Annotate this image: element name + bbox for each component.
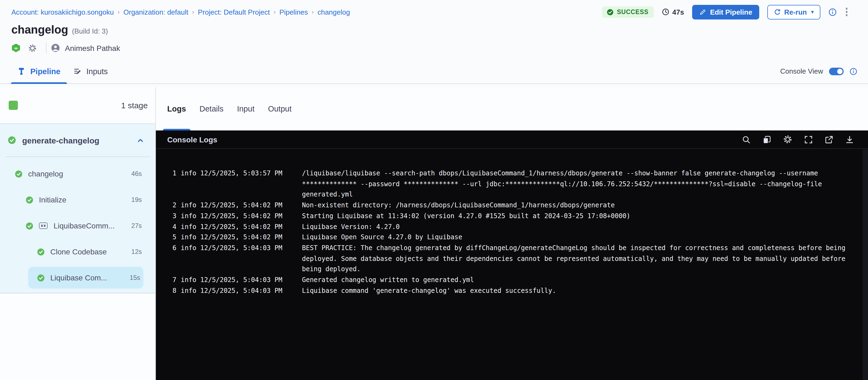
log-line-5: 5info12/5/2025, 5:04:02 PMLiquibase Open…	[170, 232, 862, 243]
step-label: changelog	[28, 169, 125, 178]
step-detail-panel: LogsDetailsInputOutput Console Logs	[156, 87, 868, 380]
main-tabs: Pipeline Inputs Console View	[0, 59, 868, 84]
step-row-clone-codebase[interactable]: Clone Codebase12s	[0, 239, 155, 265]
log-line-msg: Liquibase Version: 4.27.0	[302, 222, 862, 232]
sidebar-header: 1 stage	[0, 87, 155, 124]
breadcrumb-link[interactable]: Pipelines	[279, 8, 308, 16]
more-options-menu[interactable]	[844, 7, 848, 17]
open-external-icon[interactable]	[825, 135, 833, 144]
execution-sidebar: 1 stage generate-changelog changelog46sI…	[0, 87, 156, 380]
log-line-num: 6	[170, 243, 177, 275]
breadcrumb: Account: kurosakiichigo.songoku›Organiza…	[11, 8, 350, 16]
console-view-info-icon[interactable]	[849, 67, 857, 75]
log-line-level: info	[181, 200, 194, 211]
tab-inputs[interactable]: Inputs	[67, 59, 114, 83]
log-line-7: 7info12/5/2025, 5:04:03 PMGenerated chan…	[170, 275, 862, 286]
stage-section: generate-changelog changelog46sInitializ…	[0, 124, 155, 293]
gear-icon[interactable]	[28, 43, 37, 52]
avatar	[52, 44, 60, 52]
title-row: changelog (Build Id: 3)	[0, 20, 868, 36]
log-line-level: info	[181, 168, 194, 200]
log-line-level: info	[181, 222, 194, 232]
edit-pipeline-label: Edit Pipeline	[710, 8, 752, 16]
console-scrollbar[interactable]	[863, 149, 868, 380]
edit-pipeline-button[interactable]: Edit Pipeline	[692, 5, 759, 19]
breadcrumb-link[interactable]: Project: Default Project	[198, 8, 270, 16]
stage-group-row[interactable]: generate-changelog	[0, 124, 155, 156]
log-line-num: 5	[170, 232, 177, 243]
ci-module-icon: ∞	[12, 43, 20, 52]
step-detail-tabs: LogsDetailsInputOutput	[156, 87, 868, 130]
main-content: 1 stage generate-changelog changelog46sI…	[0, 87, 868, 380]
console-view-label: Console View	[780, 67, 823, 75]
build-id: (Build Id: 3)	[72, 27, 108, 35]
console-tab-output[interactable]: Output	[268, 87, 291, 130]
log-line-3: 3info12/5/2025, 5:04:02 PMStarting Liqui…	[170, 211, 862, 222]
console-view-toggle[interactable]	[829, 67, 844, 75]
stage-step-tree: changelog46sInitialize19sLiquibaseComm..…	[0, 157, 155, 289]
log-line-num: 8	[170, 286, 177, 296]
tab-inputs-label: Inputs	[86, 67, 108, 76]
vertical-divider	[46, 42, 46, 54]
log-line-2: 2info12/5/2025, 5:04:02 PMNon-existent d…	[170, 200, 862, 211]
settings-gear-icon[interactable]	[783, 135, 792, 144]
duration-chip: 47s	[662, 8, 684, 16]
log-line-level: info	[181, 243, 194, 275]
log-line-level: info	[181, 275, 194, 286]
log-line-msg: Non-existent directory: /harness/dbops/L…	[302, 200, 862, 211]
log-line-num: 4	[170, 222, 177, 232]
status-check-icon	[607, 8, 614, 16]
step-row-liquibase-com[interactable]: Liquibase Com...15s	[28, 267, 144, 289]
log-line-time: 12/5/2025, 5:04:02 PM	[200, 200, 289, 211]
log-line-time: 12/5/2025, 5:04:03 PM	[200, 286, 289, 296]
log-line-msg: Starting Liquibase at 11:34:02 (version …	[302, 211, 862, 222]
status-badge: SUCCESS	[602, 6, 654, 18]
log-line-level: info	[181, 211, 194, 222]
console-tab-input[interactable]: Input	[237, 87, 255, 130]
chevron-up-icon[interactable]	[137, 137, 144, 144]
rerun-label: Re-run	[784, 8, 807, 16]
log-line-msg: Generated changelog written to generated…	[302, 275, 862, 286]
fullscreen-icon[interactable]	[804, 135, 813, 144]
pipeline-icon	[17, 67, 25, 75]
log-line-time: 12/5/2025, 5:04:02 PM	[200, 222, 289, 232]
search-icon[interactable]	[742, 135, 751, 144]
log-line-msg: /liquibase/liquibase --search-path dbops…	[302, 168, 862, 200]
breadcrumb-link[interactable]: changelog	[317, 8, 350, 16]
console-tab-logs[interactable]: Logs	[167, 87, 186, 130]
tab-pipeline-label: Pipeline	[30, 67, 60, 76]
log-line-num: 3	[170, 211, 177, 222]
step-row-changelog[interactable]: changelog46s	[0, 161, 155, 187]
download-icon[interactable]	[845, 135, 854, 144]
breadcrumb-separator: ›	[312, 9, 314, 15]
log-line-msg: Liquibase Open Source 4.27.0 by Liquibas…	[302, 232, 862, 243]
breadcrumb-link[interactable]: Account: kurosakiichigo.songoku	[11, 8, 114, 16]
breadcrumb-link[interactable]: Organization: default	[123, 8, 188, 16]
step-row-liquibasecomm[interactable]: LiquibaseComm...27s	[0, 213, 155, 239]
step-label: Liquibase Com...	[50, 273, 124, 282]
pipeline-execution-page: Account: kurosakiichigo.songoku›Organiza…	[0, 0, 868, 380]
status-text: SUCCESS	[617, 9, 649, 15]
rerun-button[interactable]: Re-run ▾	[767, 5, 820, 19]
step-row-initialize[interactable]: Initialize19s	[0, 187, 155, 213]
console-tab-details[interactable]: Details	[199, 87, 223, 130]
breadcrumb-separator: ›	[274, 9, 275, 15]
chevron-down-icon: ▾	[811, 9, 814, 14]
log-line-msg: BEST PRACTICE: The changelog generated b…	[302, 243, 862, 275]
console-view-control: Console View	[780, 59, 857, 83]
success-check-icon	[26, 196, 33, 203]
stage-status-square[interactable]	[9, 101, 18, 110]
copy-icon[interactable]	[763, 135, 771, 144]
log-line-time: 12/5/2025, 5:04:02 PM	[200, 211, 289, 222]
log-line-num: 7	[170, 275, 177, 286]
inputs-icon	[73, 67, 82, 75]
log-line-msg: Liquibase command 'generate-changelog' w…	[302, 286, 862, 296]
log-line-level: info	[181, 232, 194, 243]
log-line-time: 12/5/2025, 5:04:02 PM	[200, 232, 289, 243]
success-check-icon	[15, 170, 22, 177]
tab-pipeline[interactable]: Pipeline	[11, 59, 67, 83]
log-line-level: info	[181, 286, 194, 296]
info-icon[interactable]	[828, 8, 836, 16]
breadcrumb-separator: ›	[192, 9, 194, 15]
pencil-icon	[699, 8, 706, 16]
